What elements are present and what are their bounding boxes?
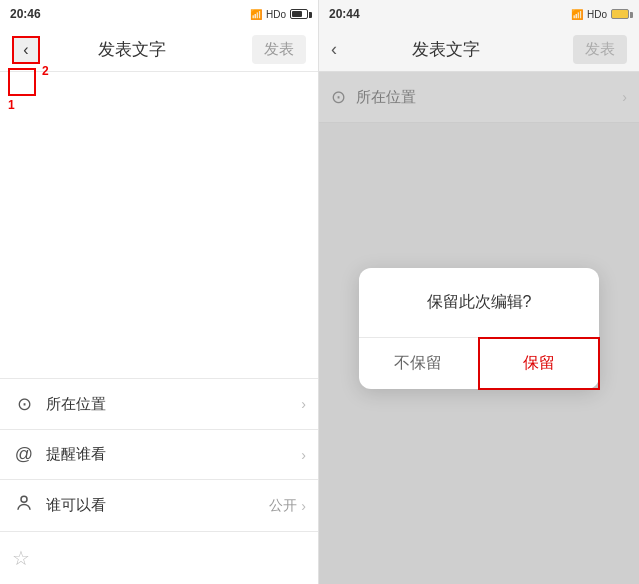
right-signal-icon: 📶 <box>571 9 583 20</box>
svg-point-0 <box>21 496 27 502</box>
left-network-label: HDo <box>266 9 286 20</box>
right-panel: 20:44 📶 HDo ‹ 发表文字 发表 ⊙ 所在位置 › 保留此次编辑? 不… <box>319 0 639 584</box>
dialog-box: 保留此次编辑? 不保留 保留 <box>359 268 599 389</box>
option-visibility-label: 谁可以看 <box>46 496 269 515</box>
left-options-list: ⊙ 所在位置 › @ 提醒谁看 › 谁可以看 公开 › ☆ <box>0 378 318 584</box>
right-status-icons: 📶 HDo <box>571 9 629 20</box>
option-location-label: 所在位置 <box>46 395 301 414</box>
option-mention-arrow: › <box>301 447 306 463</box>
left-status-icons: 📶 HDo <box>250 9 308 20</box>
mention-icon: @ <box>12 444 36 465</box>
right-page-title: 发表文字 <box>319 38 573 61</box>
dialog-confirm-button[interactable]: 保留 <box>478 337 601 390</box>
dialog-title: 保留此次编辑? <box>359 292 599 313</box>
option-mention[interactable]: @ 提醒谁看 › <box>0 430 318 480</box>
dialog-buttons: 不保留 保留 <box>359 337 599 389</box>
right-time: 20:44 <box>329 7 360 21</box>
star-icon: ☆ <box>12 546 30 570</box>
option-visibility-arrow: › <box>301 498 306 514</box>
right-header: ‹ 发表文字 发表 <box>319 28 639 72</box>
right-publish-button[interactable]: 发表 <box>573 35 627 64</box>
right-status-bar: 20:44 📶 HDo <box>319 0 639 28</box>
left-header: ‹ 发表文字 发表 2 <box>0 28 318 72</box>
option-location-arrow: › <box>301 396 306 412</box>
left-page-title: 发表文字 <box>12 38 252 61</box>
left-battery-icon <box>290 9 308 19</box>
left-time: 20:46 <box>10 7 41 21</box>
option-visibility[interactable]: 谁可以看 公开 › <box>0 480 318 532</box>
dialog-overlay: 保留此次编辑? 不保留 保留 <box>319 72 639 584</box>
left-status-bar: 20:46 📶 HDo <box>0 0 318 28</box>
option-location[interactable]: ⊙ 所在位置 › <box>0 379 318 430</box>
left-content-area <box>0 72 318 368</box>
right-content-area: ⊙ 所在位置 › 保留此次编辑? 不保留 保留 <box>319 72 639 584</box>
person-icon <box>12 494 36 517</box>
dialog-cancel-button[interactable]: 不保留 <box>359 338 479 389</box>
option-visibility-value: 公开 <box>269 497 297 515</box>
right-battery-icon <box>611 9 629 19</box>
left-signal-icon: 📶 <box>250 9 262 20</box>
option-mention-label: 提醒谁看 <box>46 445 301 464</box>
left-publish-button[interactable]: 发表 <box>252 35 306 64</box>
right-network-label: HDo <box>587 9 607 20</box>
location-icon: ⊙ <box>12 393 36 415</box>
left-panel: 20:46 📶 HDo ‹ 发表文字 发表 2 1 ⊙ 所在位置 › @ 提醒谁… <box>0 0 319 584</box>
option-star[interactable]: ☆ <box>0 532 318 584</box>
